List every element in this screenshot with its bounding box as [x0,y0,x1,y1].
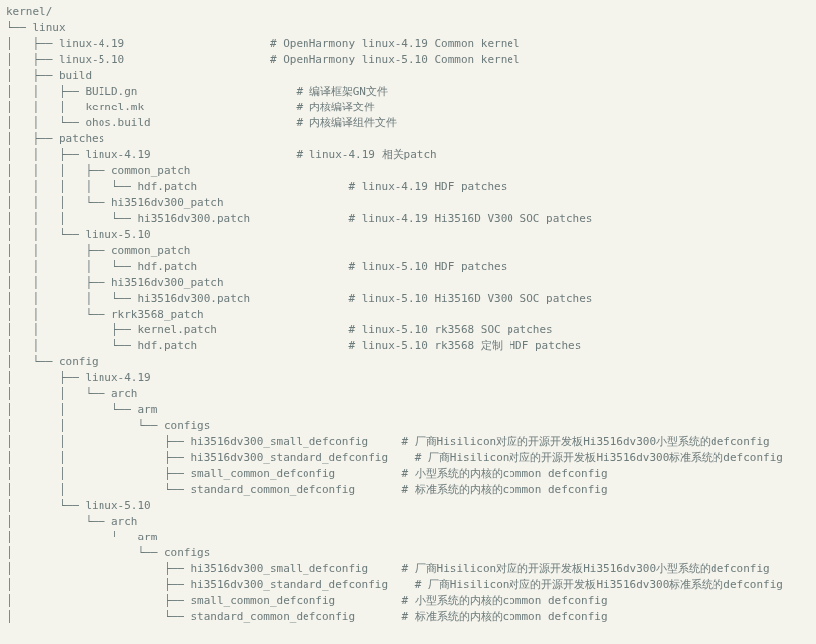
tree-row: │ │ ├── hi3516dv300_standard_defconfig #… [6,450,810,466]
tree-comment: # 厂商Hisilicon对应的开源开发板Hi3516dv300小型系统的def… [401,562,769,575]
tree-comment: # linux-5.10 Hi3516D V300 SOC patches [348,292,592,305]
tree-comment: # 厂商Hisilicon对应的开源开发板Hi3516dv300标准系统的def… [415,451,783,464]
tree-gap [197,260,348,273]
tree-comment: # OpenHarmony linux-4.19 Common kernel [270,37,520,50]
tree-prefix: │ ├── [6,53,59,66]
tree-row: │ ├── linux-4.19 [6,370,810,386]
tree-prefix: │ │ └── [6,483,190,496]
tree-comment: # 厂商Hisilicon对应的开源开发板Hi3516dv300小型系统的def… [401,435,769,448]
tree-prefix: │ ├── [6,132,59,145]
tree-gap [197,180,348,193]
tree-entry-name: config [59,355,99,368]
tree-prefix: │ ├── [6,69,59,82]
tree-prefix: │ │ ├── [6,276,111,289]
tree-row: │ │ └── ohos.build # 内核编译组件文件 [6,115,810,131]
tree-comment: # linux-5.10 HDF patches [348,260,507,273]
tree-gap [355,610,401,623]
tree-row: │ ├── hi3516dv300_small_defconfig # 厂商Hi… [6,561,810,577]
tree-entry-name: ohos.build [85,116,150,129]
tree-row: │ │ ├── common_patch [6,243,810,259]
tree-entry-name: arm [137,403,157,416]
tree-gap [335,594,401,607]
tree-gap [388,578,415,591]
tree-row: └── linux [6,20,810,36]
tree-entry-name: linux [33,21,66,34]
tree-entry-name: hdf.patch [137,339,197,352]
tree-prefix: │ └── [6,531,137,543]
tree-row: │ │ └── configs [6,418,810,434]
tree-prefix: │ │ ├── [6,467,190,480]
tree-prefix: │ │ ├── [6,101,85,113]
tree-prefix: │ ├── [6,594,190,607]
tree-gap [368,562,401,575]
tree-prefix: │ │ └── [6,116,85,129]
tree-row: │ ├── linux-5.10 # OpenHarmony linux-5.1… [6,52,810,68]
tree-entry-name: hdf.patch [137,260,197,273]
tree-entry-name: BUILD.gn [85,85,137,98]
tree-entry-name: build [59,69,92,82]
tree-entry-name: hi3516dv300_small_defconfig [190,435,368,448]
tree-prefix: │ │ │ ├── [6,164,111,177]
tree-row: │ │ ├── small_common_defconfig # 小型系统的内核… [6,466,810,482]
tree-row: │ │ │ ├── common_patch [6,163,810,179]
tree-prefix: │ │ ├── [6,451,190,464]
tree-row: │ └── configs [6,545,810,561]
tree-prefix: │ │ │ │ └── [6,180,137,193]
tree-prefix: │ │ └── [6,339,137,352]
tree-gap [355,483,401,496]
tree-entry-name: linux-5.10 [59,53,124,66]
tree-gap [144,101,296,113]
tree-row: │ └── arch [6,514,810,530]
tree-prefix: │ │ └── [6,387,111,400]
tree-comment: # 编译框架GN文件 [296,85,388,98]
tree-entry-name: configs [164,419,210,432]
tree-prefix: │ ├── [6,562,190,575]
tree-gap [124,53,270,66]
tree-entry-name: arch [111,515,138,528]
tree-entry-name: hi3516dv300_standard_defconfig [190,451,388,464]
tree-gap [335,467,401,480]
tree-row: │ │ │ └── hi3516dv300.patch # linux-5.10… [6,291,810,307]
tree-comment: # 标准系统的内核的common defconfig [401,610,607,623]
tree-comment: # OpenHarmony linux-5.10 Common kernel [270,53,520,66]
tree-row: │ │ ├── BUILD.gn # 编译框架GN文件 [6,84,810,100]
tree-gap [151,148,297,161]
tree-prefix: │ │ ├── [6,435,190,448]
tree-prefix: │ │ │ └── [6,260,137,273]
tree-prefix: │ │ ├── [6,148,85,161]
tree-entry-name: hdf.patch [137,180,197,193]
tree-prefix: │ ├── [6,371,85,384]
tree-entry-name: common_patch [111,164,190,177]
tree-prefix: │ └── [6,355,59,368]
tree-gap [217,323,348,336]
tree-entry-name: hi3516dv300.patch [137,212,250,225]
tree-entry-name: small_common_defconfig [190,594,335,607]
tree-comment: # linux-5.10 rk3568 SOC patches [348,323,552,336]
tree-row: │ │ ├── hi3516dv300_patch [6,275,810,291]
tree-row: │ │ │ └── hi3516dv300.patch # linux-4.19… [6,211,810,227]
tree-prefix: │ │ └── [6,419,164,432]
tree-row: │ │ └── rkrk3568_patch [6,307,810,322]
tree-row: │ │ └── linux-5.10 [6,227,810,243]
tree-row: │ │ └── arm [6,402,810,418]
tree-row: │ │ └── hdf.patch # linux-5.10 rk3568 定制… [6,338,810,354]
tree-comment: # linux-4.19 HDF patches [348,180,507,193]
tree-entry-name: kernel.mk [85,101,144,113]
tree-comment: # 小型系统的内核的common defconfig [401,594,607,607]
tree-row: │ │ │ └── hdf.patch # linux-5.10 HDF pat… [6,259,810,275]
tree-row: │ │ │ │ └── hdf.patch # linux-4.19 HDF p… [6,179,810,195]
tree-comment: # 内核编译组件文件 [296,116,396,129]
tree-entry-name: kernel.patch [137,323,216,336]
tree-gap [250,292,348,305]
tree-entry-name: linux-5.10 [85,228,150,241]
tree-prefix: │ └── [6,515,111,528]
tree-entry-name: patches [59,132,104,145]
tree-row: │ ├── build [6,68,810,84]
tree-entry-name: hi3516dv300_small_defconfig [190,562,368,575]
tree-comment: # linux-4.19 相关patch [296,148,436,161]
tree-row: │ └── arm [6,530,810,545]
tree-prefix: │ └── [6,499,85,512]
tree-row: │ ├── linux-4.19 # OpenHarmony linux-4.1… [6,36,810,52]
tree-row: │ └── standard_common_defconfig # 标准系统的内… [6,609,810,625]
tree-entry-name: hi3516dv300_standard_defconfig [190,578,388,591]
